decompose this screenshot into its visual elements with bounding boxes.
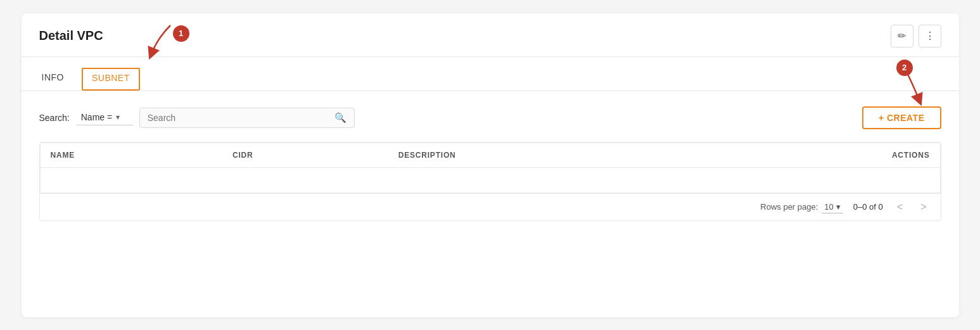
page-header: Detail VPC ✏ ⋮ <box>22 13 959 57</box>
rows-chevron-icon: ▾ <box>836 202 841 212</box>
rows-per-page-select[interactable]: 10 ▾ <box>822 201 843 213</box>
pagination-row: Rows per page: 10 ▾ 0–0 of 0 < > <box>40 193 941 220</box>
create-button[interactable]: + CREATE <box>862 106 941 129</box>
header-actions: ✏ ⋮ <box>891 25 941 48</box>
next-icon: > <box>920 201 926 212</box>
search-filter-value: Name = <box>81 112 112 122</box>
search-row: Search: Name = ▾ 🔍 <box>39 106 941 129</box>
col-actions: ACTIONS <box>704 143 940 167</box>
more-button[interactable]: ⋮ <box>919 25 941 48</box>
col-name: NAME <box>40 143 222 167</box>
page-container: Detail VPC ✏ ⋮ INFO SUBNET <box>22 13 959 317</box>
create-area: 2 + CREATE <box>862 106 941 129</box>
rows-per-page-value: 10 <box>824 202 833 212</box>
col-cidr: CIDR <box>222 143 388 167</box>
tab-subnet[interactable]: SUBNET <box>82 68 140 91</box>
rows-per-page: Rows per page: 10 ▾ <box>760 201 843 213</box>
more-icon: ⋮ <box>925 30 935 42</box>
table-body <box>40 167 940 193</box>
search-icon: 🔍 <box>334 112 347 124</box>
table-header-row: NAME CIDR DESCRIPTION ACTIONS <box>40 143 940 167</box>
empty-row <box>40 167 940 193</box>
table-header: NAME CIDR DESCRIPTION ACTIONS <box>40 143 940 167</box>
table-outer: NAME CIDR DESCRIPTION ACTIONS Rows per p <box>39 142 941 221</box>
tabs-row: INFO SUBNET 1 <box>22 57 959 91</box>
page-title: Detail VPC <box>39 29 103 43</box>
search-input[interactable] <box>148 113 334 123</box>
edit-icon: ✏ <box>898 30 906 42</box>
content-area: Search: Name = ▾ 🔍 <box>22 91 959 236</box>
edit-button[interactable]: ✏ <box>891 25 913 48</box>
chevron-down-icon: ▾ <box>116 113 120 122</box>
create-button-label: + CREATE <box>879 113 925 123</box>
data-table: NAME CIDR DESCRIPTION ACTIONS <box>40 143 941 193</box>
search-label: Search: <box>39 113 70 123</box>
search-filter-dropdown[interactable]: Name = ▾ <box>76 110 133 125</box>
next-page-button[interactable]: > <box>917 200 930 214</box>
search-input-wrap: 🔍 <box>139 108 355 128</box>
prev-icon: < <box>897 201 903 212</box>
search-left: Search: Name = ▾ 🔍 <box>39 108 355 128</box>
prev-page-button[interactable]: < <box>893 200 907 214</box>
col-description: DESCRIPTION <box>388 143 704 167</box>
tab-info[interactable]: INFO <box>39 67 67 91</box>
page-range: 0–0 of 0 <box>853 202 883 212</box>
rows-per-page-label: Rows per page: <box>760 202 818 212</box>
